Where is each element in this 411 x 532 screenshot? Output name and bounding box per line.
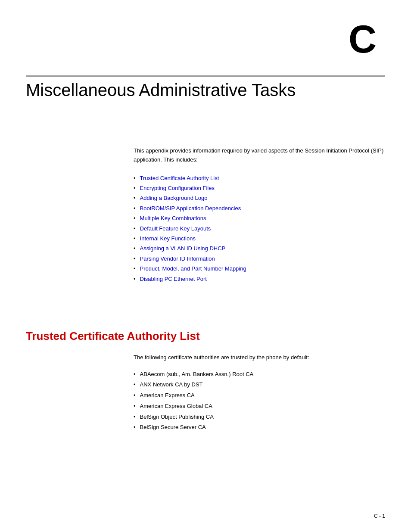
- toc-list-item: Disabling PC Ethernet Port: [134, 274, 385, 284]
- cert-item-text-6: BelSign Secure Server CA: [140, 422, 206, 433]
- cert-item-text-4: American Express Global CA: [140, 401, 212, 412]
- chapter-letter: C: [349, 17, 377, 62]
- toc-list-item: BootROM/SIP Application Dependencies: [134, 203, 385, 213]
- cert-item-text-3: American Express CA: [140, 390, 195, 401]
- cert-list: ABAecom (sub., Am. Bankers Assn.) Root C…: [134, 369, 385, 433]
- cert-item-text-2: ANX Network CA by DST: [140, 380, 203, 390]
- toc-list-item: Default Feature Key Layouts: [134, 224, 385, 233]
- cert-list-item: American Express CA: [134, 390, 385, 401]
- toc-list-item: Multiple Key Combinations: [134, 213, 385, 223]
- toc-link-3[interactable]: Adding a Background Logo: [140, 193, 208, 203]
- section-intro: The following certificate authorities ar…: [134, 353, 385, 362]
- cert-list-item: American Express Global CA: [134, 401, 385, 412]
- toc-link-11[interactable]: Disabling PC Ethernet Port: [140, 274, 207, 284]
- section-content: The following certificate authorities ar…: [134, 353, 385, 433]
- toc-link-1[interactable]: Trusted Certificate Authority List: [140, 173, 219, 183]
- toc-list-item: Internal Key Functions: [134, 233, 385, 243]
- cert-list-item: BelSign Object Publishing CA: [134, 412, 385, 423]
- toc-list-item: Product, Model, and Part Number Mapping: [134, 264, 385, 274]
- cert-item-text-1: ABAecom (sub., Am. Bankers Assn.) Root C…: [140, 369, 254, 380]
- cert-item-text-5: BelSign Object Publishing CA: [140, 412, 214, 423]
- divider-line: [26, 75, 385, 77]
- page-container: C Miscellaneous Administrative Tasks Thi…: [0, 0, 411, 532]
- main-content: This appendix provides information requi…: [134, 146, 385, 297]
- toc-list-item: Parsing Vendor ID Information: [134, 254, 385, 264]
- section-heading: Trusted Certificate Authority List: [26, 330, 385, 343]
- toc-list-item: Trusted Certificate Authority List: [134, 173, 385, 183]
- chapter-title: Miscellaneous Administrative Tasks: [26, 80, 385, 100]
- toc-link-9[interactable]: Parsing Vendor ID Information: [140, 254, 215, 264]
- toc-link-8[interactable]: Assigning a VLAN ID Using DHCP: [140, 243, 226, 253]
- toc-link-5[interactable]: Multiple Key Combinations: [140, 213, 206, 223]
- toc-link-7[interactable]: Internal Key Functions: [140, 233, 196, 243]
- intro-paragraph: This appendix provides information requi…: [134, 146, 385, 165]
- cert-list-item: BelSign Secure Server CA: [134, 422, 385, 433]
- toc-link-4[interactable]: BootROM/SIP Application Dependencies: [140, 203, 241, 213]
- toc-link-10[interactable]: Product, Model, and Part Number Mapping: [140, 264, 246, 274]
- page-number: C - 1: [374, 513, 385, 519]
- toc-list-item: Adding a Background Logo: [134, 193, 385, 203]
- toc-list-item: Assigning a VLAN ID Using DHCP: [134, 243, 385, 253]
- toc-list: Trusted Certificate Authority List Encry…: [134, 173, 385, 284]
- toc-link-6[interactable]: Default Feature Key Layouts: [140, 224, 211, 233]
- cert-list-item: ANX Network CA by DST: [134, 380, 385, 390]
- cert-list-item: ABAecom (sub., Am. Bankers Assn.) Root C…: [134, 369, 385, 380]
- toc-link-2[interactable]: Encrypting Configuration Files: [140, 183, 215, 193]
- toc-list-item: Encrypting Configuration Files: [134, 183, 385, 193]
